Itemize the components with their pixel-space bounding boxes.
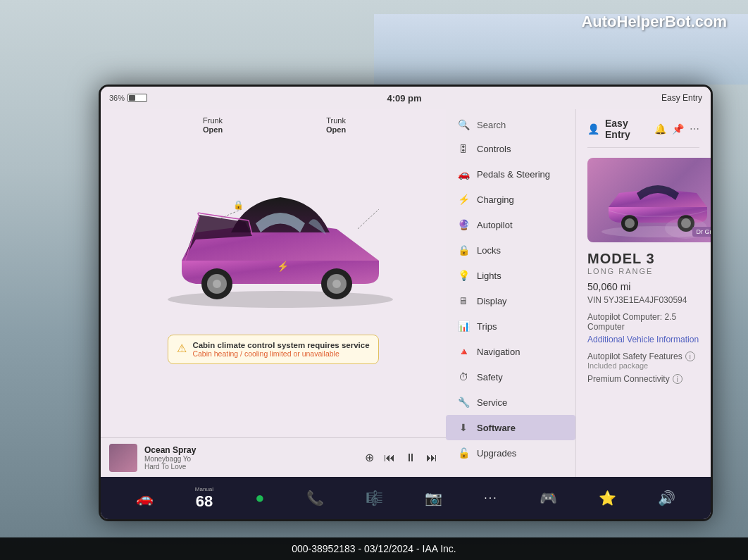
menu-item-search[interactable]: 🔍 Search [446, 113, 575, 136]
charging-icon: ⚡ [457, 194, 470, 205]
home-icon: 🎮 [540, 490, 557, 506]
svg-point-3 [213, 280, 221, 288]
taskbar-car-icon[interactable]: 🚗 [136, 490, 154, 506]
spotify-icon: ● [255, 489, 264, 507]
camera-icon: 📷 [425, 490, 442, 506]
svg-text:🔒: 🔒 [233, 199, 244, 210]
frunk-text: Frunk [203, 116, 223, 125]
prev-track-icon[interactable]: ⏮ [384, 452, 395, 464]
battery-fill [129, 95, 135, 101]
menu-panel: 🔍 Search 🎛 Controls 🚗 Pedals & Steering … [446, 109, 576, 477]
autopilot-icon: 🔮 [457, 219, 470, 230]
menu-item-autopilot[interactable]: 🔮 Autopilot [446, 212, 575, 237]
car-image-area: ⚡ 🔒 [101, 137, 446, 335]
status-left: 36% [109, 94, 147, 102]
vin: VIN 5YJ3E1EA4JF030594 [587, 295, 699, 305]
add-to-queue-icon[interactable]: ⊕ [365, 451, 374, 464]
frunk-status: Open [203, 125, 223, 134]
music-icon: 🎼 [366, 490, 383, 506]
menu-item-display[interactable]: 🖥 Display [446, 288, 575, 313]
car-svg: ⚡ 🔒 [139, 158, 407, 313]
menu-pedals-label: Pedals & Steering [477, 169, 550, 180]
menu-autopilot-label: Autopilot [477, 220, 513, 230]
taskbar-home-icon[interactable]: 🎮 [540, 490, 557, 506]
menu-item-locks[interactable]: 🔒 Locks [446, 237, 575, 263]
next-track-icon[interactable]: ⏭ [426, 452, 437, 464]
connectivity-info-icon[interactable]: i [673, 374, 682, 384]
play-pause-icon[interactable]: ⏸ [405, 452, 416, 464]
status-bar: 36% 4:09 pm Easy Entry [101, 87, 711, 109]
menu-upgrades-label: Upgrades [477, 448, 516, 459]
navigation-icon: 🔺 [457, 346, 470, 357]
car-labels: Frunk Open Trunk Open [101, 116, 446, 137]
menu-item-lights[interactable]: 💡 Lights [446, 263, 575, 288]
additional-vehicle-info-link[interactable]: Additional Vehicle Information [587, 335, 699, 344]
song-album: Hard To Love [144, 463, 358, 471]
locks-icon: 🔒 [457, 244, 470, 256]
menu-item-pedals[interactable]: 🚗 Pedals & Steering [446, 161, 575, 187]
taskbar-spotify-icon[interactable]: ● [255, 489, 264, 507]
svg-point-13 [625, 218, 635, 228]
warning-text: Cabin climate control system requires se… [192, 341, 369, 358]
warning-sub: Cabin heating / cooling limited or unava… [192, 349, 339, 358]
more-apps-icon: ··· [484, 492, 497, 504]
bottom-bar: 000-38952183 - 03/12/2024 - IAA Inc. [0, 537, 748, 560]
right-car-image: Dr Grey [587, 158, 711, 242]
taskbar-star-icon[interactable]: ⭐ [599, 490, 616, 506]
watermark: AutoHelperBot.com [581, 13, 727, 31]
taskbar: 🚗 Manual 68 ● 📞 🎼 📷 ··· 🎮 [101, 477, 711, 519]
trips-icon: 📊 [457, 321, 470, 332]
battery-bar [127, 94, 147, 102]
star-icon: ⭐ [599, 490, 616, 506]
menu-item-trips[interactable]: 📊 Trips [446, 313, 575, 339]
main-content: Frunk Open Trunk Open [101, 109, 711, 477]
dr-grey-badge: Dr Grey [692, 227, 711, 237]
car-icon: 🚗 [136, 490, 154, 506]
taskbar-phone-icon[interactable]: 📞 [306, 490, 324, 506]
menu-display-label: Display [477, 296, 507, 306]
photo-background: AutoHelperBot.com 36% 4:09 pm Easy Entry [0, 0, 748, 560]
taskbar-more-icon[interactable]: ··· [484, 492, 497, 504]
warning-box: ⚠ Cabin climate control system requires … [168, 335, 378, 364]
header-icons: 🔔 📌 ⋯ [654, 123, 699, 135]
menu-item-safety[interactable]: ⏱ Safety [446, 364, 575, 390]
warning-sub-start: Cabin heating / cooling [192, 349, 270, 358]
trunk-text: Trunk [326, 116, 346, 125]
safety-icon: ⏱ [457, 371, 470, 382]
menu-item-upgrades[interactable]: 🔓 Upgrades [446, 440, 575, 466]
pin-icon: 📌 [672, 123, 684, 135]
menu-item-charging[interactable]: ⚡ Charging [446, 187, 575, 212]
pedals-icon: 🚗 [457, 168, 470, 180]
content-header: 👤 Easy Entry 🔔 📌 ⋯ [587, 118, 699, 148]
autopilot-info-icon[interactable]: i [685, 351, 695, 361]
taskbar-camera-icon[interactable]: 📷 [425, 490, 442, 506]
left-panel: Frunk Open Trunk Open [101, 109, 446, 477]
svg-line-9 [358, 209, 379, 229]
phone-icon: 📞 [306, 490, 324, 506]
menu-search-label: Search [477, 120, 506, 130]
menu-item-navigation[interactable]: 🔺 Navigation [446, 339, 575, 364]
song-title: Ocean Spray [144, 445, 358, 455]
menu-item-service[interactable]: 🔧 Service [446, 390, 575, 415]
music-controls[interactable]: ⊕ ⏮ ⏸ ⏭ [365, 451, 437, 464]
display-icon: 🖥 [457, 295, 470, 306]
taskbar-volume-icon[interactable]: 🔊 [658, 490, 675, 506]
song-artist: Moneybagg Yo [144, 455, 358, 463]
volume-icon: 🔊 [658, 490, 675, 506]
autopilot-computer: Autopilot Computer: 2.5 Computer [587, 312, 699, 332]
menu-item-software[interactable]: ⬇ Software [446, 415, 575, 440]
lights-icon: 💡 [457, 270, 470, 281]
autopilot-safety-label: Autopilot Safety Features i [587, 351, 699, 361]
autopilot-safety-row: Autopilot Safety Features i Included pac… [587, 351, 699, 370]
model-name: MODEL 3 [587, 251, 699, 267]
svg-point-6 [332, 280, 341, 288]
menu-item-controls[interactable]: 🎛 Controls [446, 136, 575, 161]
status-easy-entry: Easy Entry [661, 93, 702, 103]
notification-icon: 🔔 [654, 123, 666, 135]
svg-point-0 [168, 291, 393, 308]
temp-value: 68 [196, 492, 213, 511]
service-icon: 🔧 [457, 397, 470, 408]
premium-connectivity-row: Premium Connectivity i [587, 374, 699, 384]
person-icon: 👤 [587, 123, 599, 135]
taskbar-music-icon[interactable]: 🎼 [366, 490, 383, 506]
